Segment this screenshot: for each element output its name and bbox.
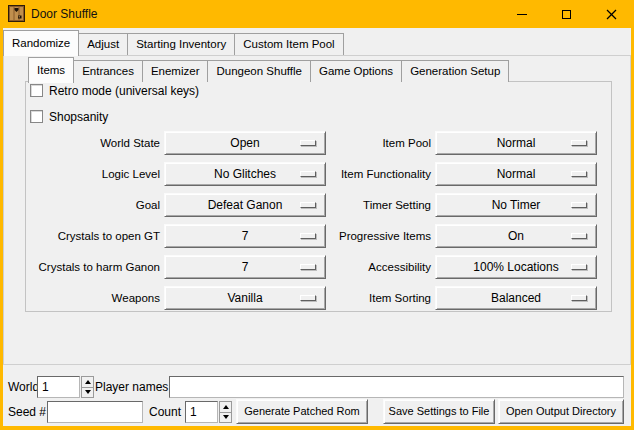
retro-mode-checkbox[interactable] — [30, 84, 43, 97]
item-functionality-value: Normal — [497, 167, 536, 181]
subtab-game-options[interactable]: Game Options — [310, 60, 402, 82]
subtab-items[interactable]: Items — [28, 57, 74, 83]
timer-setting-label: Timer Setting — [303, 193, 431, 217]
dropdown-indicator-icon — [571, 140, 587, 146]
up-arrow-icon — [85, 380, 91, 384]
weapons-dropdown[interactable]: Vanilla — [164, 286, 326, 310]
progressive-items-row: Progressive Items On — [303, 224, 599, 248]
dropdown-indicator-icon — [571, 264, 587, 270]
save-settings-button[interactable]: Save Settings to File — [383, 399, 495, 424]
close-icon — [606, 9, 617, 20]
dropdown-indicator-icon — [571, 171, 587, 177]
door-shuffle-window: Door Shuffle Randomize Adjust Starting I… — [0, 0, 634, 430]
world-state-label: World State — [20, 131, 160, 155]
player-names-input[interactable] — [169, 376, 624, 398]
progressive-items-dropdown[interactable]: On — [435, 224, 597, 248]
item-sorting-row: Item Sorting Balanced — [303, 286, 599, 310]
logic-level-dropdown[interactable]: No Glitches — [164, 162, 326, 186]
subtab-generation-setup-label: Generation Setup — [410, 65, 500, 77]
minimize-button[interactable] — [499, 0, 544, 28]
goal-row: Goal Defeat Ganon — [20, 193, 330, 217]
timer-setting-row: Timer Setting No Timer — [303, 193, 599, 217]
accessibility-dropdown[interactable]: 100% Locations — [435, 255, 597, 279]
player-names-label: Player names — [95, 376, 168, 398]
subtab-enemizer-label: Enemizer — [151, 65, 200, 77]
count-label: Count — [149, 401, 181, 423]
maximize-icon — [562, 10, 571, 19]
dropdown-indicator-icon — [571, 295, 587, 301]
world-state-value: Open — [230, 136, 259, 150]
crystals-ganon-dropdown[interactable]: 7 — [164, 255, 326, 279]
worlds-value[interactable]: 1 — [37, 376, 80, 398]
seed-input[interactable] — [47, 401, 143, 423]
subtab-entrances-label: Entrances — [82, 65, 134, 77]
titlebar: Door Shuffle — [0, 0, 634, 28]
world-state-row: World State Open — [20, 131, 330, 155]
count-spinbox: 1 — [185, 401, 232, 423]
crystals-ganon-row: Crystals to harm Ganon 7 — [20, 255, 330, 279]
item-sorting-dropdown[interactable]: Balanced — [435, 286, 597, 310]
down-arrow-icon — [223, 415, 229, 419]
generate-patched-rom-button[interactable]: Generate Patched Rom — [236, 399, 368, 424]
crystals-gt-value: 7 — [242, 229, 249, 243]
timer-setting-dropdown[interactable]: No Timer — [435, 193, 597, 217]
tab-randomize[interactable]: Randomize — [3, 30, 79, 56]
world-state-dropdown[interactable]: Open — [164, 131, 326, 155]
window-title: Door Shuffle — [31, 0, 98, 28]
tab-custom-item-pool[interactable]: Custom Item Pool — [234, 33, 343, 55]
subtab-dungeon-shuffle[interactable]: Dungeon Shuffle — [207, 60, 310, 82]
crystals-gt-label: Crystals to open GT — [20, 224, 160, 248]
subtab-generation-setup[interactable]: Generation Setup — [401, 60, 509, 82]
client-area: Randomize Adjust Starting Inventory Cust… — [3, 28, 631, 426]
dropdown-indicator-icon — [571, 233, 587, 239]
item-pool-row: Item Pool Normal — [303, 131, 599, 155]
logic-level-row: Logic Level No Glitches — [20, 162, 330, 186]
main-tabbar: Randomize Adjust Starting Inventory Cust… — [3, 30, 343, 55]
subtab-game-options-label: Game Options — [319, 65, 393, 77]
dropdown-indicator-icon — [571, 202, 587, 208]
tab-adjust[interactable]: Adjust — [78, 33, 128, 55]
shopsanity-label: Shopsanity — [49, 110, 108, 124]
logic-level-value: No Glitches — [214, 167, 276, 181]
progressive-items-value: On — [508, 229, 524, 243]
shopsanity-checkbox[interactable] — [30, 110, 43, 123]
count-value[interactable]: 1 — [185, 401, 218, 423]
goal-dropdown[interactable]: Defeat Ganon — [164, 193, 326, 217]
goal-label: Goal — [20, 193, 160, 217]
item-pool-value: Normal — [497, 136, 536, 150]
retro-mode-label: Retro mode (universal keys) — [49, 84, 199, 98]
minimize-icon — [517, 14, 527, 15]
weapons-row: Weapons Vanilla — [20, 286, 330, 310]
crystals-ganon-value: 7 — [242, 260, 249, 274]
item-pool-dropdown[interactable]: Normal — [435, 131, 597, 155]
tab-randomize-label: Randomize — [12, 37, 70, 49]
progressive-items-label: Progressive Items — [303, 224, 431, 248]
close-button[interactable] — [589, 0, 634, 28]
app-door-icon — [8, 5, 25, 22]
timer-setting-value: No Timer — [492, 198, 541, 212]
worlds-stepper-down[interactable] — [81, 387, 94, 399]
item-functionality-row: Item Functionality Normal — [303, 162, 599, 186]
count-stepper-down[interactable] — [219, 412, 232, 424]
crystals-gt-dropdown[interactable]: 7 — [164, 224, 326, 248]
tab-starting-inventory[interactable]: Starting Inventory — [127, 33, 235, 55]
retro-mode-row: Retro mode (universal keys) — [30, 83, 199, 98]
accessibility-value: 100% Locations — [473, 260, 558, 274]
open-output-directory-button[interactable]: Open Output Directory — [498, 399, 624, 424]
crystals-ganon-label: Crystals to harm Ganon — [20, 255, 160, 279]
maximize-button[interactable] — [544, 0, 589, 28]
weapons-label: Weapons — [20, 286, 160, 310]
item-functionality-dropdown[interactable]: Normal — [435, 162, 597, 186]
subtab-enemizer[interactable]: Enemizer — [142, 60, 209, 82]
down-arrow-icon — [85, 390, 91, 394]
worlds-spinbox: 1 — [37, 376, 94, 398]
subtab-items-label: Items — [37, 64, 65, 76]
tab-adjust-label: Adjust — [87, 38, 119, 50]
sub-tabbar: Items Entrances Enemizer Dungeon Shuffle… — [28, 57, 508, 82]
up-arrow-icon — [223, 405, 229, 409]
item-pool-label: Item Pool — [303, 131, 431, 155]
subtab-entrances[interactable]: Entrances — [73, 60, 143, 82]
crystals-gt-row: Crystals to open GT 7 — [20, 224, 330, 248]
item-functionality-label: Item Functionality — [303, 162, 431, 186]
logic-level-label: Logic Level — [20, 162, 160, 186]
